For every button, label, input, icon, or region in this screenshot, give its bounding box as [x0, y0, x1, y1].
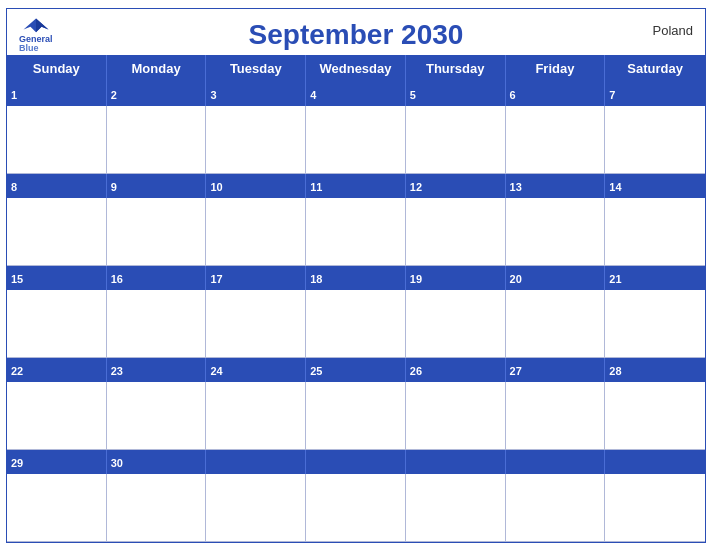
days-of-week-header: Sunday Monday Tuesday Wednesday Thursday…: [7, 55, 705, 82]
cell-17: [206, 290, 306, 358]
calendar: GeneralBlue September 2030 Poland Sunday…: [6, 8, 706, 543]
date-30: 30: [111, 457, 123, 469]
date-12: 12: [410, 181, 422, 193]
date-3: 3: [210, 89, 216, 101]
date-1: 1: [11, 89, 17, 101]
date-24: 24: [210, 365, 222, 377]
day-header-monday: Monday: [107, 55, 207, 82]
week-2-body: [7, 198, 705, 266]
date-29: 29: [11, 457, 23, 469]
day-header-friday: Friday: [506, 55, 606, 82]
day-header-wednesday: Wednesday: [306, 55, 406, 82]
date-22: 22: [11, 365, 23, 377]
date-14: 14: [609, 181, 621, 193]
date-21: 21: [609, 273, 621, 285]
week-4-numbers: 22 23 24 25 26 27 28: [7, 358, 705, 382]
logo: GeneralBlue: [19, 17, 53, 55]
day-header-tuesday: Tuesday: [206, 55, 306, 82]
cell-2: [107, 106, 207, 174]
cell-29: [7, 474, 107, 542]
date-28: 28: [609, 365, 621, 377]
date-27: 27: [510, 365, 522, 377]
day-header-thursday: Thursday: [406, 55, 506, 82]
cell-10: [206, 198, 306, 266]
day-header-sunday: Sunday: [7, 55, 107, 82]
cell-4: [306, 106, 406, 174]
date-18: 18: [310, 273, 322, 285]
cell-9: [107, 198, 207, 266]
cell-3: [206, 106, 306, 174]
week-5-numbers: 29 30: [7, 450, 705, 474]
cell-22: [7, 382, 107, 450]
cell-30: [107, 474, 207, 542]
week-4-body: [7, 382, 705, 450]
cell-18: [306, 290, 406, 358]
cell-12: [406, 198, 506, 266]
cell-15: [7, 290, 107, 358]
cell-empty-2: [306, 474, 406, 542]
cell-6: [506, 106, 606, 174]
cell-16: [107, 290, 207, 358]
date-7: 7: [609, 89, 615, 101]
logo-icon: [22, 17, 50, 35]
date-25: 25: [310, 365, 322, 377]
week-2-numbers: 8 9 10 11 12 13 14: [7, 174, 705, 198]
cell-5: [406, 106, 506, 174]
cell-25: [306, 382, 406, 450]
date-9: 9: [111, 181, 117, 193]
cell-21: [605, 290, 705, 358]
date-19: 19: [410, 273, 422, 285]
country-label: Poland: [653, 23, 693, 38]
date-8: 8: [11, 181, 17, 193]
date-26: 26: [410, 365, 422, 377]
date-20: 20: [510, 273, 522, 285]
date-11: 11: [310, 181, 322, 193]
cell-26: [406, 382, 506, 450]
date-17: 17: [210, 273, 222, 285]
cell-7: [605, 106, 705, 174]
cell-empty-5: [605, 474, 705, 542]
cell-14: [605, 198, 705, 266]
cell-19: [406, 290, 506, 358]
cell-13: [506, 198, 606, 266]
cell-8: [7, 198, 107, 266]
date-23: 23: [111, 365, 123, 377]
cell-empty-4: [506, 474, 606, 542]
date-10: 10: [210, 181, 222, 193]
week-1-numbers: 1 2 3 4 5 6 7: [7, 82, 705, 106]
logo-text: GeneralBlue: [19, 35, 53, 55]
cell-11: [306, 198, 406, 266]
week-3-body: [7, 290, 705, 358]
cell-20: [506, 290, 606, 358]
calendar-header: GeneralBlue September 2030 Poland: [7, 9, 705, 55]
svg-marker-1: [36, 18, 48, 32]
cell-27: [506, 382, 606, 450]
date-13: 13: [510, 181, 522, 193]
week-5-body: [7, 474, 705, 542]
week-1-body: [7, 106, 705, 174]
cell-1: [7, 106, 107, 174]
cell-28: [605, 382, 705, 450]
calendar-title: September 2030: [23, 19, 689, 51]
day-header-saturday: Saturday: [605, 55, 705, 82]
date-4: 4: [310, 89, 316, 101]
date-15: 15: [11, 273, 23, 285]
week-3-numbers: 15 16 17 18 19 20 21: [7, 266, 705, 290]
date-6: 6: [510, 89, 516, 101]
cell-24: [206, 382, 306, 450]
cell-empty-1: [206, 474, 306, 542]
cell-empty-3: [406, 474, 506, 542]
date-16: 16: [111, 273, 123, 285]
date-5: 5: [410, 89, 416, 101]
cell-23: [107, 382, 207, 450]
date-2: 2: [111, 89, 117, 101]
